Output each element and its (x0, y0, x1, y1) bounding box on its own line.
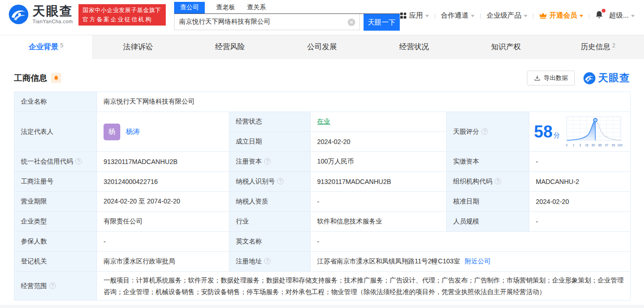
field-label-reg-address: 注册地址 (229, 252, 311, 272)
svg-text:15: 15 (585, 143, 589, 146)
svg-text:50: 50 (592, 143, 595, 146)
search-block: 查公司 查老板 查关系 天眼一下 (174, 2, 400, 31)
table-row: 法定代表人 杨 杨涛 经营状态 在业 天眼评分 58分 (14, 112, 631, 132)
field-value-established: 2024-02-20 (311, 132, 447, 152)
field-value-english-name: - (311, 232, 631, 252)
table-row: 工商注册号 320124000422716 纳税人识别号 91320117MAD… (14, 172, 631, 192)
field-label-org-code: 组织机构代码 (447, 172, 529, 192)
field-value-credit-code: 91320117MADCANHU2B (97, 152, 229, 172)
search-tab-relation[interactable]: 查关系 (246, 2, 267, 13)
logo-title: 天眼查 (33, 5, 73, 18)
crown-icon (539, 12, 547, 19)
field-value-company-type: 有限责任公司 (97, 212, 229, 232)
table-row: 经营范围 一般项目：计算机系统服务；软件开发；数据处理服务；数据处理和存储支持服… (14, 272, 631, 301)
help-icon[interactable] (264, 258, 271, 264)
field-value-reg-authority: 南京市溧水区行政审批局 (97, 252, 229, 272)
divider: | (588, 12, 590, 19)
field-value-taxpayer-id: 91320117MADCANHU2B (311, 172, 447, 192)
field-label-tianyan-score: 天眼评分 (447, 112, 529, 152)
search-input[interactable] (174, 14, 360, 30)
official-credential-badge: 国家中小企业发展子基金旗下 官方备案企业征信机构 (78, 4, 166, 26)
field-label-legal-rep: 法定代表人 (14, 112, 97, 152)
tab-legal-proceedings[interactable]: 法律诉讼 (92, 35, 184, 59)
badge-line1: 国家中小企业发展子基金旗下 (83, 7, 162, 14)
field-value-status: 在业 (311, 112, 447, 132)
field-label-taxpayer-quality: 纳税人资质 (229, 192, 311, 212)
export-data-button[interactable]: 导出数据 (527, 71, 575, 85)
download-icon (534, 75, 540, 81)
score-axis-ticks: 0 1 3 15 50 85 97 99 100 (566, 143, 623, 146)
search-tab-company[interactable]: 查公司 (174, 2, 205, 13)
field-label-reg-number: 工商注册号 (14, 172, 97, 192)
field-value-biz-scope: 一般项目：计算机系统服务；软件开发；数据处理服务；数据处理和存储支持服务；技术推… (97, 272, 631, 301)
field-value-reg-capital: 100万人民币 (311, 152, 447, 172)
svg-text:85: 85 (598, 143, 602, 146)
score-distribution-chart: 0 1 3 15 50 85 97 99 100 (565, 116, 623, 148)
badge-line2: 官方备案企业征信机构 (83, 16, 162, 24)
field-label-taxpayer-id: 纳税人识别号 (229, 172, 311, 192)
section-title: 工商信息 (14, 72, 47, 84)
avatar[interactable]: 杨 (104, 124, 120, 140)
notification-dot (602, 9, 605, 13)
clear-search-icon[interactable] (348, 19, 355, 26)
field-value-reg-address: 江苏省南京市溧水区和凤镇凤翔路11号2幢C103室附近公司 (311, 252, 631, 272)
svg-text:3: 3 (579, 143, 581, 146)
search-button[interactable]: 天眼一下 (364, 14, 400, 31)
field-value-taxpayer-quality: - (311, 192, 447, 212)
section-header: 工商信息 导出数据 天眼查 (14, 70, 630, 86)
field-label-credit-code: 统一社会信用代码 (14, 152, 97, 172)
nav-open-vip[interactable]: 开通会员 (539, 11, 583, 20)
field-label-reg-capital: 注册资本 (229, 152, 311, 172)
field-label-approval-date: 核准日期 (447, 192, 529, 212)
field-label-paid-capital: 实缴资本 (447, 152, 529, 172)
chevron-down-icon (579, 15, 583, 17)
nearby-companies-link[interactable]: 附近公司 (465, 257, 491, 265)
tab-operating-risk[interactable]: 经营风险 (184, 35, 276, 59)
field-label-insured-count: 参保人数 (14, 232, 97, 252)
field-label-staff-size: 人员规模 (447, 212, 529, 232)
help-icon[interactable] (49, 282, 56, 289)
tab-count: 5 (60, 42, 64, 49)
table-row: 参保人数 - 英文名称 - (14, 232, 631, 252)
logo-swirl-icon (583, 72, 596, 85)
table-row: 营业期限 2024-02-20 至 2074-02-20 纳税人资质 - 核准日… (14, 192, 631, 212)
chevron-down-icon (524, 15, 527, 17)
help-icon[interactable] (277, 178, 284, 184)
nav-super-vip[interactable]: 超级... (609, 11, 635, 20)
field-value-staff-size: - (529, 212, 631, 232)
tianyan-score-cell: 58分 (529, 112, 631, 152)
tab-company-background[interactable]: 企业背景 5 (0, 35, 92, 59)
logo-domain: TianYanCha.com (33, 19, 73, 24)
tianyancha-logo[interactable]: 天眼查 TianYanCha.com (8, 4, 73, 25)
help-icon[interactable] (264, 158, 271, 164)
field-value-legal-rep: 杨 杨涛 (97, 112, 229, 152)
field-label-reg-authority: 登记机关 (14, 252, 97, 272)
chevron-down-icon (631, 15, 635, 17)
tab-operating-status[interactable]: 经营状况 (368, 35, 460, 59)
help-icon[interactable] (494, 178, 501, 184)
svg-text:100: 100 (618, 143, 623, 146)
field-label-english-name: 英文名称 (229, 232, 311, 252)
svg-text:97: 97 (605, 143, 609, 146)
field-value-industry: 软件和信息技术服务业 (311, 212, 447, 232)
tab-company-development[interactable]: 公司发展 (276, 35, 368, 59)
main-content: 工商信息 导出数据 天眼查 (0, 59, 644, 301)
watermark-logo: 天眼查 (583, 71, 630, 85)
tab-history-info[interactable]: 历史信息 2 (552, 35, 644, 59)
table-row: 企业类型 有限责任公司 行业 软件和信息技术服务业 人员规模 - (14, 212, 631, 232)
notification-bell-icon[interactable] (595, 10, 604, 20)
nav-apps[interactable]: 应用 (400, 11, 429, 20)
legal-rep-link[interactable]: 杨涛 (126, 127, 140, 136)
help-icon[interactable] (481, 128, 488, 135)
tab-intellectual-property[interactable]: 知识产权 (460, 35, 552, 59)
tab-count: 2 (612, 42, 616, 49)
nav-enterprise-products[interactable]: 企业级产品 (487, 11, 527, 20)
search-tabs: 查公司 查老板 查关系 (174, 2, 400, 14)
search-tab-boss[interactable]: 查老板 (215, 2, 236, 13)
help-icon[interactable] (75, 158, 82, 164)
subscribe-bell-icon[interactable] (51, 73, 61, 83)
field-label-company-type: 企业类型 (14, 212, 97, 232)
svg-text:0: 0 (566, 143, 568, 146)
nav-cooperation[interactable]: 合作通道 (441, 11, 475, 20)
field-value-reg-number: 320124000422716 (97, 172, 229, 192)
